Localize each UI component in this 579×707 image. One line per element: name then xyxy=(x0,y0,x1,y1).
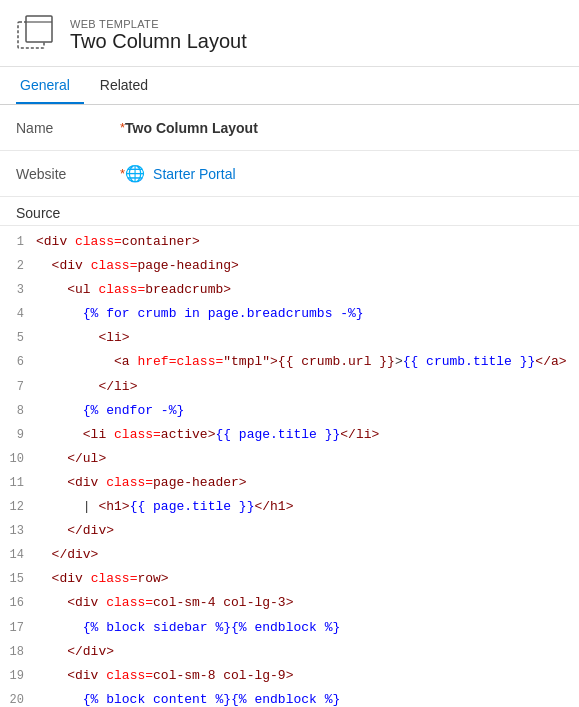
line-number: 5 xyxy=(0,328,36,348)
source-label: Source xyxy=(0,197,579,226)
code-line: 14 </div> xyxy=(0,543,579,567)
globe-icon: 🌐 xyxy=(125,164,145,183)
line-content: </ul> xyxy=(36,448,579,470)
code-line: 17 {% block sidebar %}{% endblock %} xyxy=(0,616,579,640)
code-line: 7 </li> xyxy=(0,375,579,399)
line-number: 20 xyxy=(0,690,36,707)
template-icon xyxy=(16,14,58,56)
code-block: 1<div class=container>2 <div class=page-… xyxy=(0,226,579,707)
code-line: 15 <div class=row> xyxy=(0,567,579,591)
code-line: 4 {% for crumb in page.breadcrumbs -%} xyxy=(0,302,579,326)
tab-bar: General Related xyxy=(0,67,579,105)
line-content: <li class=active>{{ page.title }}</li> xyxy=(36,424,579,446)
line-number: 4 xyxy=(0,304,36,324)
line-number: 18 xyxy=(0,642,36,662)
header-subtitle: WEB TEMPLATE xyxy=(70,18,247,30)
line-number: 6 xyxy=(0,352,36,372)
line-number: 11 xyxy=(0,473,36,493)
line-content: <div class=col-sm-8 col-lg-9> xyxy=(36,665,579,687)
tab-related[interactable]: Related xyxy=(96,67,162,104)
code-line: 11 <div class=page-header> xyxy=(0,471,579,495)
line-number: 14 xyxy=(0,545,36,565)
line-content: {% endfor -%} xyxy=(36,400,579,422)
line-content: <div class=page-header> xyxy=(36,472,579,494)
tab-general[interactable]: General xyxy=(16,67,84,104)
line-number: 7 xyxy=(0,377,36,397)
code-line: 10 </ul> xyxy=(0,447,579,471)
line-content: <a href=class="tmpl">{{ crumb.url }}>{{ … xyxy=(36,351,579,373)
code-line: 19 <div class=col-sm-8 col-lg-9> xyxy=(0,664,579,688)
line-number: 17 xyxy=(0,618,36,638)
line-content: <li> xyxy=(36,327,579,349)
code-line: 13 </div> xyxy=(0,519,579,543)
svg-rect-1 xyxy=(26,16,52,42)
code-line: 3 <ul class=breadcrumb> xyxy=(0,278,579,302)
website-value: 🌐 Starter Portal xyxy=(125,164,235,183)
code-line: 9 <li class=active>{{ page.title }}</li> xyxy=(0,423,579,447)
code-line: 1<div class=container> xyxy=(0,230,579,254)
line-number: 1 xyxy=(0,232,36,252)
line-content: <div class=page-heading> xyxy=(36,255,579,277)
code-line: 5 <li> xyxy=(0,326,579,350)
line-number: 13 xyxy=(0,521,36,541)
header-title: Two Column Layout xyxy=(70,30,247,53)
form-row-website: Website * 🌐 Starter Portal xyxy=(0,151,579,197)
code-line: 2 <div class=page-heading> xyxy=(0,254,579,278)
line-content: {% block sidebar %}{% endblock %} xyxy=(36,617,579,639)
line-content: | <h1>{{ page.title }}</h1> xyxy=(36,496,579,518)
page-header: WEB TEMPLATE Two Column Layout xyxy=(0,0,579,67)
code-line: 20 {% block content %}{% endblock %} xyxy=(0,688,579,707)
line-content: </li> xyxy=(36,376,579,398)
line-content: <div class=row> xyxy=(36,568,579,590)
line-content: {% block content %}{% endblock %} xyxy=(36,689,579,707)
line-number: 8 xyxy=(0,401,36,421)
line-content: <div class=col-sm-4 col-lg-3> xyxy=(36,592,579,614)
code-line: 8 {% endfor -%} xyxy=(0,399,579,423)
line-number: 2 xyxy=(0,256,36,276)
line-number: 10 xyxy=(0,449,36,469)
code-line: 12 | <h1>{{ page.title }}</h1> xyxy=(0,495,579,519)
website-link[interactable]: Starter Portal xyxy=(153,166,235,182)
line-number: 3 xyxy=(0,280,36,300)
line-number: 12 xyxy=(0,497,36,517)
header-text: WEB TEMPLATE Two Column Layout xyxy=(70,18,247,53)
form-section: Name * Two Column Layout Website * 🌐 Sta… xyxy=(0,105,579,197)
line-number: 16 xyxy=(0,593,36,613)
line-content: <ul class=breadcrumb> xyxy=(36,279,579,301)
website-label: Website xyxy=(16,166,116,182)
line-number: 15 xyxy=(0,569,36,589)
name-value: Two Column Layout xyxy=(125,120,258,136)
line-content: </div> xyxy=(36,544,579,566)
code-line: 16 <div class=col-sm-4 col-lg-3> xyxy=(0,591,579,615)
name-label: Name xyxy=(16,120,116,136)
line-content: </div> xyxy=(36,520,579,542)
line-number: 19 xyxy=(0,666,36,686)
code-line: 6 <a href=class="tmpl">{{ crumb.url }}>{… xyxy=(0,350,579,374)
line-content: {% for crumb in page.breadcrumbs -%} xyxy=(36,303,579,325)
code-line: 18 </div> xyxy=(0,640,579,664)
line-content: </div> xyxy=(36,641,579,663)
form-row-name: Name * Two Column Layout xyxy=(0,105,579,151)
line-content: <div class=container> xyxy=(36,231,579,253)
line-number: 9 xyxy=(0,425,36,445)
